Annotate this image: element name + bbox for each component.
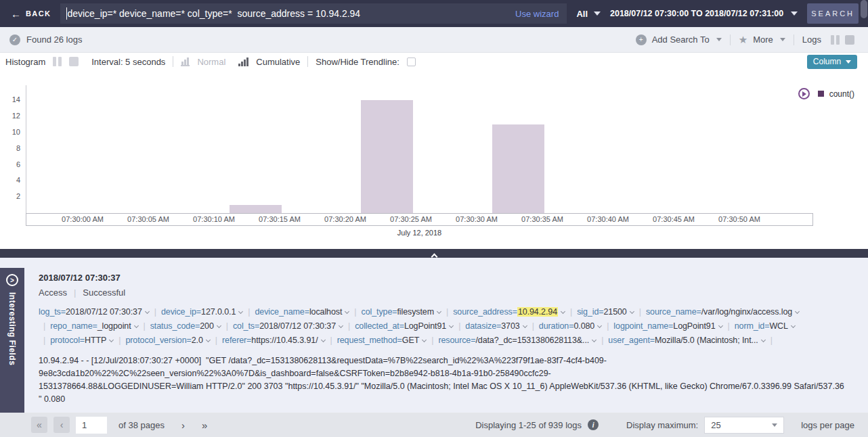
log-field[interactable]: logpoint_name=LogPoint91 [613, 321, 722, 331]
chevron-down-icon[interactable] [339, 323, 343, 328]
chevron-down-icon[interactable] [320, 338, 325, 342]
x-axis-tick: 07:30:40 AM [578, 215, 638, 223]
time-range-dropdown[interactable]: 2018/07/12 07:30:00 TO 2018/07/12 07:31:… [610, 9, 798, 18]
cumulative-toggle[interactable]: Cumulative [256, 57, 300, 67]
log-field[interactable]: collected_at=LogPoint91 [355, 321, 454, 331]
log-field[interactable]: col_ts=2018/07/12 07:30:37 [233, 321, 343, 331]
page-number-input[interactable] [76, 417, 107, 434]
log-label-successful[interactable]: Successful [83, 288, 125, 298]
log-field[interactable]: sig_id=21500 [577, 307, 634, 317]
histogram-bar[interactable] [492, 124, 544, 213]
log-field[interactable]: device_ip=127.0.0.1 [161, 307, 243, 317]
log-field[interactable]: device_name=localhost [255, 307, 349, 317]
histogram-controls: Histogram Interval: 5 seconds Normal Cum… [0, 53, 868, 70]
chevron-down-icon[interactable] [422, 338, 427, 342]
legend-label[interactable]: count() [829, 89, 854, 99]
chevron-down-icon[interactable] [145, 309, 150, 314]
trendline-checkbox[interactable] [407, 58, 416, 66]
search-button[interactable]: SEARCH [807, 3, 859, 24]
histogram-bar[interactable] [230, 205, 282, 213]
log-field[interactable]: duration=0.080 [539, 321, 602, 331]
chevron-down-icon[interactable] [134, 323, 139, 328]
info-icon[interactable]: i [588, 419, 599, 430]
y-axis-tick: 12 [0, 112, 20, 120]
field-separator: | [601, 336, 603, 345]
raw-log: 10.94.2.94 - - [12/Jul/2018:07:30:27 +00… [39, 354, 846, 406]
columns-view-icon[interactable] [53, 57, 62, 66]
back-button[interactable]: ← BACK [11, 8, 51, 20]
log-field[interactable]: user_agent=Mozilla/5.0 (Macintosh; Int..… [608, 336, 765, 345]
chevron-down-icon[interactable] [592, 338, 596, 342]
field-key: collected_at= [355, 321, 404, 331]
display-maximum-select[interactable]: 25 [704, 417, 784, 434]
play-icon[interactable] [798, 88, 810, 99]
histogram-bar[interactable] [361, 100, 413, 213]
chart-type-dropdown[interactable]: Column [807, 55, 857, 69]
field-key: datasize= [465, 321, 501, 331]
chevron-down-icon[interactable] [217, 323, 221, 328]
chevron-down-icon[interactable] [561, 309, 565, 314]
log-field[interactable]: referer=https://10.45.3.91/ [222, 336, 326, 345]
cumulative-chart-icon [238, 58, 248, 66]
log-label-access[interactable]: Access [39, 288, 67, 298]
log-field[interactable]: repo_name=_logpoint [50, 321, 138, 331]
log-field[interactable]: col_type=filesystem [361, 307, 441, 317]
chevron-down-icon[interactable] [437, 309, 441, 314]
result-bar-actions: + Add Search To ★ More Logs [636, 34, 854, 45]
field-separator: | [144, 321, 146, 331]
field-separator: | [728, 321, 730, 331]
expand-sidebar-icon[interactable]: > [6, 274, 18, 286]
log-field[interactable]: source_address=10.94.2.94 [453, 307, 565, 317]
add-search-to-dropdown[interactable]: + Add Search To [636, 34, 722, 45]
chevron-down-icon[interactable] [238, 309, 243, 314]
field-value: _logpoint [97, 321, 131, 331]
field-value: /data?_dc=1531380628113&... [475, 336, 589, 345]
chevron-down-icon[interactable] [718, 323, 723, 328]
interesting-fields-sidebar[interactable]: > Interesting Fields [0, 268, 24, 413]
chevron-down-icon[interactable] [109, 338, 114, 342]
repo-scope-dropdown[interactable]: All [576, 9, 601, 19]
plus-circle-icon: + [636, 34, 647, 45]
log-field[interactable]: datasize=3703 [465, 321, 527, 331]
chevron-down-icon[interactable] [449, 323, 454, 328]
chevron-down-icon[interactable] [206, 338, 211, 342]
search-query-input[interactable] [67, 8, 510, 19]
chevron-down-icon[interactable] [791, 323, 796, 328]
columns-view-icon[interactable] [831, 35, 840, 45]
more-dropdown[interactable]: ★ More [739, 34, 785, 45]
x-axis-tick: 07:30:05 AM [118, 215, 179, 223]
divider [730, 34, 731, 45]
found-logs-status: ✓ Found 26 logs [9, 34, 82, 45]
next-page-button[interactable]: › [181, 419, 185, 431]
first-page-button[interactable]: « [31, 417, 47, 433]
field-separator: | [215, 336, 217, 345]
normal-toggle[interactable]: Normal [197, 57, 225, 67]
field-key: request_method= [337, 336, 402, 345]
log-field[interactable]: protocol=HTTP [50, 336, 114, 345]
log-field[interactable]: status_code=200 [150, 321, 221, 331]
chevron-down-icon[interactable] [795, 309, 800, 314]
chevron-down-icon[interactable] [761, 338, 766, 342]
chevron-down-icon[interactable] [597, 323, 602, 328]
field-key: repo_name= [50, 321, 97, 331]
log-field[interactable]: norm_id=WCL [735, 321, 796, 331]
chevron-down-icon[interactable] [630, 309, 634, 314]
add-search-to-label: Add Search To [652, 34, 710, 45]
use-wizard-link[interactable]: Use wizard [515, 9, 559, 19]
previous-page-button[interactable]: ‹ [53, 417, 70, 433]
log-field[interactable]: protocol_version=2.0 [125, 336, 210, 345]
x-axis-tick: 07:30:00 AM [52, 215, 113, 223]
log-field[interactable]: request_method=GET [337, 336, 427, 345]
log-field[interactable]: resource=/data?_dc=1531380628113&... [438, 336, 596, 345]
y-axis-tick: 8 [0, 144, 20, 152]
field-key: user_agent= [608, 336, 655, 345]
log-field[interactable]: source_name=/var/log/nginx/access.log [646, 307, 800, 317]
grid-view-icon[interactable] [69, 57, 79, 66]
chevron-down-icon[interactable] [345, 309, 349, 314]
scrollbar-thumb[interactable] [861, 0, 867, 18]
log-field[interactable]: log_ts=2018/07/12 07:30:37 [39, 307, 150, 317]
chevron-down-icon[interactable] [523, 323, 527, 328]
grid-view-icon[interactable] [845, 35, 854, 45]
trendline-label: Show/Hide Trendline: [316, 57, 399, 67]
last-page-button[interactable]: » [202, 419, 207, 431]
